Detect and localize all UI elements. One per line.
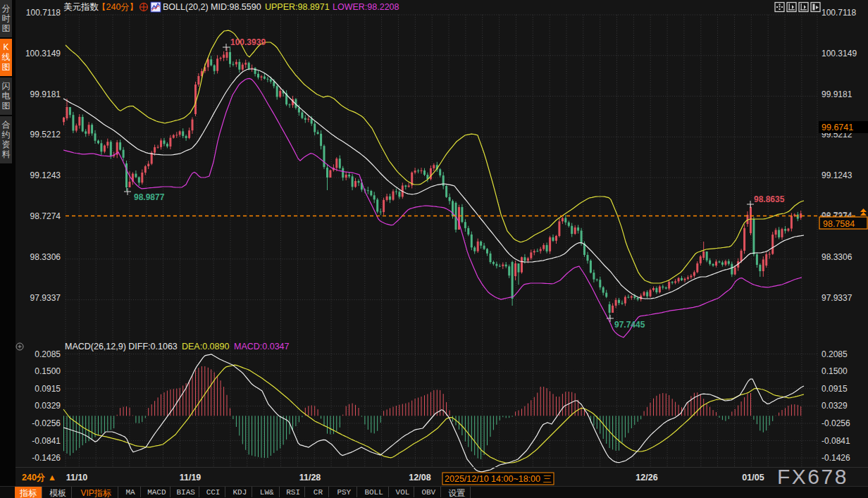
svg-text:98.7584: 98.7584 — [823, 219, 855, 229]
svg-text:0.1500: 0.1500 — [35, 366, 61, 376]
svg-text:LOWER:98.2208: LOWER:98.2208 — [333, 2, 399, 12]
svg-text:-0.1426: -0.1426 — [32, 453, 61, 463]
svg-text:2025/12/10 14:00~18:00 三: 2025/12/10 14:00~18:00 三 — [445, 474, 552, 484]
svg-text:99.1243: 99.1243 — [822, 170, 852, 180]
svg-text:100.7118: 100.7118 — [26, 8, 61, 18]
svg-text:美元指数: 美元指数 — [63, 2, 99, 12]
svg-text:【240分】: 【240分】 — [97, 2, 138, 12]
svg-text:0.1500: 0.1500 — [822, 366, 848, 376]
svg-text:100.3149: 100.3149 — [25, 49, 61, 58]
svg-text:-0.1426: -0.1426 — [822, 453, 850, 463]
svg-text:99.6741: 99.6741 — [822, 123, 853, 132]
svg-text:FX678: FX678 — [777, 465, 848, 488]
svg-text:12/26: 12/26 — [636, 473, 657, 483]
svg-text:11/19: 11/19 — [180, 473, 202, 483]
svg-text:-0.0256: -0.0256 — [822, 418, 850, 428]
svg-text:UPPER:98.8971: UPPER:98.8971 — [265, 2, 330, 12]
svg-text:BOLL(20,2) MID:98.5590: BOLL(20,2) MID:98.5590 — [163, 2, 261, 12]
svg-text:97.9337: 97.9337 — [822, 293, 852, 303]
svg-text:100.3149: 100.3149 — [822, 49, 857, 58]
svg-text:98.9877: 98.9877 — [134, 192, 165, 202]
svg-text:98.3306: 98.3306 — [30, 252, 61, 262]
svg-text:99.9181: 99.9181 — [822, 89, 852, 99]
svg-text:11/10: 11/10 — [66, 473, 88, 483]
svg-text:100.7118: 100.7118 — [822, 8, 856, 18]
svg-text:97.9337: 97.9337 — [30, 293, 61, 303]
svg-text:98.7274: 98.7274 — [30, 211, 61, 221]
svg-text:0.2085: 0.2085 — [35, 349, 61, 359]
svg-text:01/05: 01/05 — [742, 473, 764, 483]
svg-text:0.0915: 0.0915 — [35, 384, 61, 394]
svg-text:97.7445: 97.7445 — [614, 320, 645, 330]
svg-text:99.9181: 99.9181 — [30, 89, 61, 99]
svg-text:MACD:0.0347: MACD:0.0347 — [234, 342, 290, 351]
svg-text:0.0329: 0.0329 — [822, 401, 848, 411]
svg-text:99.1243: 99.1243 — [30, 170, 61, 180]
svg-text:12/08: 12/08 — [409, 473, 430, 483]
svg-text:0.2085: 0.2085 — [822, 349, 848, 359]
svg-text:-0.0256: -0.0256 — [32, 418, 61, 428]
svg-text:-0.0841: -0.0841 — [32, 436, 61, 446]
svg-text:98.8635: 98.8635 — [754, 194, 785, 204]
svg-text:98.3306: 98.3306 — [822, 252, 852, 262]
svg-text:DEA:0.0890: DEA:0.0890 — [182, 342, 229, 351]
svg-text:0.0329: 0.0329 — [35, 401, 61, 411]
svg-text:-0.0841: -0.0841 — [822, 436, 850, 446]
svg-text:11/28: 11/28 — [299, 473, 321, 483]
svg-text:MACD(26,12,9) DIFF:0.1063: MACD(26,12,9) DIFF:0.1063 — [65, 342, 178, 351]
svg-text:240分 ▲: 240分 ▲ — [22, 473, 56, 483]
svg-text:100.3939: 100.3939 — [230, 37, 266, 47]
svg-text:0.0915: 0.0915 — [822, 384, 848, 394]
svg-text:99.5212: 99.5212 — [30, 130, 61, 139]
